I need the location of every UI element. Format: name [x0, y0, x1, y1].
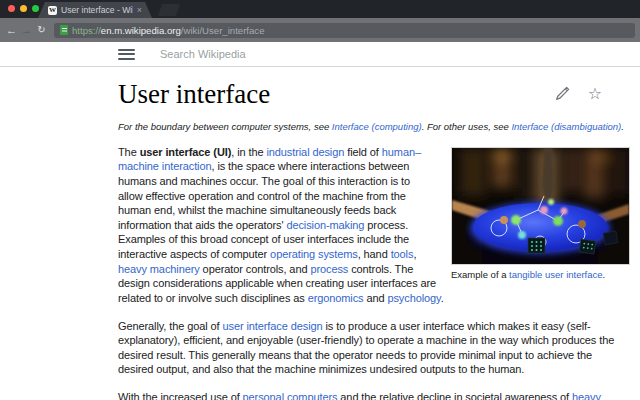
- wiki-link[interactable]: tools: [391, 248, 414, 260]
- paragraph-3: With the increased use of personal compu…: [118, 390, 628, 400]
- browser-tab[interactable]: W User interface - Wikipedia, the ×: [38, 2, 152, 18]
- reload-icon[interactable]: ↻: [35, 25, 48, 35]
- hamburger-menu-icon[interactable]: [118, 49, 135, 60]
- back-icon[interactable]: ←: [5, 25, 18, 36]
- page-title: User interface: [118, 80, 554, 108]
- edit-pencil-icon[interactable]: [554, 86, 570, 102]
- secure-page-icon[interactable]: [60, 25, 68, 35]
- window-controls: [8, 5, 39, 12]
- title-row: User interface ☆: [118, 80, 628, 108]
- browser-window: W User interface - Wikipedia, the × ← → …: [0, 0, 640, 400]
- wiki-link[interactable]: psychology: [387, 292, 440, 304]
- tangible-ui-photo[interactable]: [451, 147, 630, 265]
- wiki-link[interactable]: user interface design: [223, 320, 323, 332]
- wiki-link[interactable]: Interface (computing): [332, 121, 422, 132]
- minimize-window-button[interactable]: [20, 5, 27, 12]
- wikipedia-header: Search Wikipedia: [0, 42, 640, 67]
- wiki-link[interactable]: industrial design: [266, 146, 344, 158]
- url-protocol: https://: [72, 25, 101, 36]
- url-path: /wiki/User_interface: [181, 25, 265, 36]
- wikipedia-favicon-icon: W: [48, 6, 57, 15]
- paragraph-2: Generally, the goal of user interface de…: [118, 319, 628, 378]
- wiki-link[interactable]: tangible user interface: [509, 269, 602, 280]
- figure-caption: Example of a tangible user interface.: [451, 269, 628, 281]
- tab-title: User interface - Wikipedia, the: [61, 5, 133, 15]
- article-figure: Example of a tangible user interface.: [451, 147, 628, 281]
- article-content: User interface ☆ For the boundary betwee…: [0, 80, 640, 400]
- new-tab-button[interactable]: [158, 4, 180, 16]
- wiki-link[interactable]: personal computers: [243, 391, 338, 400]
- wiki-link[interactable]: decision-making: [286, 219, 364, 231]
- wiki-link[interactable]: Interface (disambiguation): [511, 121, 621, 132]
- wiki-link[interactable]: heavy machinery: [118, 263, 200, 275]
- address-bar[interactable]: https://en.m.wikipedia.org/wiki/User_int…: [54, 23, 635, 38]
- hatnote: For the boundary between computer system…: [118, 121, 628, 133]
- forward-icon[interactable]: →: [20, 25, 33, 36]
- close-window-button[interactable]: [8, 5, 15, 12]
- tab-close-icon[interactable]: ×: [137, 6, 142, 15]
- wiki-link[interactable]: ergonomics: [308, 292, 364, 304]
- url-domain: en.m.wikipedia.org: [101, 25, 181, 36]
- bold-text: user interface (UI): [140, 146, 232, 158]
- wiki-link[interactable]: process: [310, 263, 348, 275]
- url-text: https://en.m.wikipedia.org/wiki/User_int…: [72, 25, 265, 36]
- wiki-link[interactable]: operating systems: [270, 248, 358, 260]
- watch-star-icon[interactable]: ☆: [588, 86, 602, 102]
- browser-toolbar: ← → ↻ https://en.m.wikipedia.org/wiki/Us…: [0, 18, 640, 42]
- search-wikipedia-input[interactable]: Search Wikipedia: [160, 48, 246, 60]
- article-actions: ☆: [554, 86, 602, 102]
- zoom-window-button[interactable]: [32, 5, 39, 12]
- tab-strip: W User interface - Wikipedia, the ×: [0, 0, 640, 18]
